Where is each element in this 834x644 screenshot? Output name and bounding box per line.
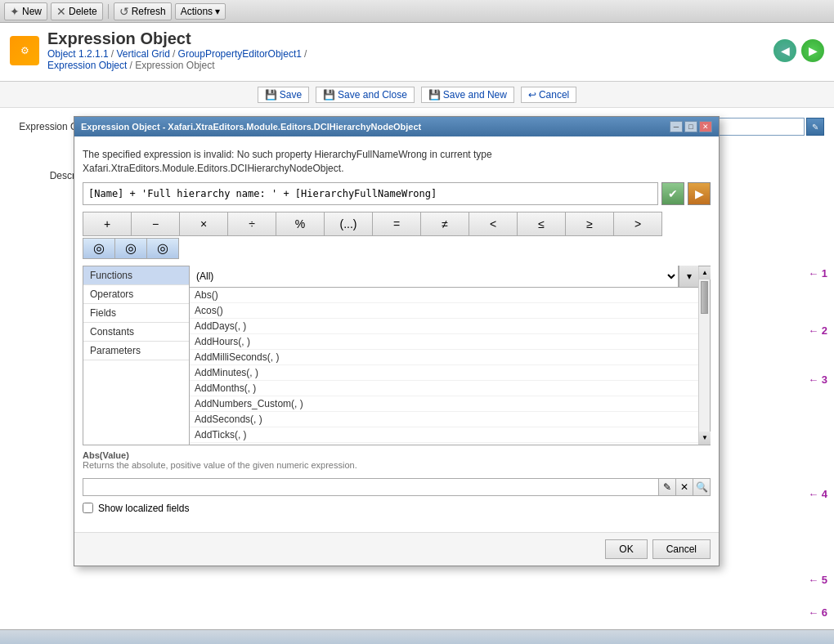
op-minus-button[interactable]: −: [131, 212, 180, 236]
new-icon: ✦: [10, 5, 20, 18]
op-lt-button[interactable]: <: [469, 212, 518, 236]
page-header: ⚙ Expression Object Object 1.2.1.1 / Ver…: [0, 23, 834, 82]
dialog-body: The specified expression is invalid: No …: [74, 136, 719, 532]
operator-row: + − × ÷ % (...) = ≠ < ≤ ≥ >: [83, 212, 711, 236]
func-item[interactable]: AddSeconds(, ): [190, 412, 698, 427]
save-new-label: Save and New: [443, 89, 507, 101]
scroll-down-button[interactable]: ▼: [699, 432, 711, 445]
save-close-label: Save and Close: [338, 89, 407, 101]
op-gte-button[interactable]: ≥: [565, 212, 614, 236]
save-close-icon: 💾: [323, 89, 335, 101]
op-paren-button[interactable]: (...): [324, 212, 373, 236]
error-line-2: Xafari.XtraEditors.Module.Editors.DCIHie…: [83, 162, 711, 176]
toolbar-separator: [108, 4, 109, 19]
category-parameters[interactable]: Parameters: [83, 342, 189, 360]
save-toolbar: 💾 Save 💾 Save and Close 💾 Save and New ↩…: [0, 82, 834, 108]
main-toolbar: ✦ New ✕ Delete ↺ Refresh Actions ▾: [0, 0, 834, 23]
cancel-icon: ↩: [528, 89, 536, 101]
func-item[interactable]: Acos(): [190, 303, 698, 319]
op-percent-button[interactable]: %: [276, 212, 325, 236]
refresh-button[interactable]: ↺ Refresh: [114, 2, 172, 20]
save-new-icon: 💾: [428, 89, 441, 101]
page-title: Expression Object: [47, 29, 307, 48]
op-divide-button[interactable]: ÷: [227, 212, 276, 236]
func-item[interactable]: AddMonths(, ): [190, 381, 698, 396]
toggle-btn-1[interactable]: ◎: [83, 238, 115, 259]
delete-label: Delete: [69, 6, 97, 17]
breadcrumb-link-1[interactable]: Object 1.2.1.1: [47, 48, 109, 60]
save-new-button[interactable]: 💾 Save and New: [421, 87, 514, 103]
save-close-button[interactable]: 💾 Save and Close: [316, 87, 415, 103]
expr-input[interactable]: [83, 182, 658, 205]
dialog-close-button[interactable]: ✕: [699, 121, 712, 132]
error-message: The specified expression is invalid: No …: [83, 145, 711, 182]
func-item[interactable]: AddTicks(, ): [190, 427, 698, 443]
op-notequals-button[interactable]: ≠: [420, 212, 469, 236]
new-button[interactable]: ✦ New: [4, 2, 47, 20]
category-functions[interactable]: Functions: [83, 266, 189, 285]
expression-edit-button[interactable]: ✎: [806, 118, 824, 136]
toggle-btn-2[interactable]: ◎: [114, 238, 147, 259]
toggle-btn-3[interactable]: ◎: [146, 238, 179, 259]
dialog-cancel-button[interactable]: Cancel: [652, 539, 711, 559]
func-item[interactable]: AddHours(, ): [190, 334, 698, 350]
function-right: (All) ▾ Abs() Acos() AddDays(, ) AddHour…: [190, 266, 698, 445]
annotation-2: ← 2: [808, 324, 827, 337]
breadcrumb-link-3[interactable]: GroupPropertyEditorObject1: [178, 48, 302, 60]
category-list: Functions Operators Fields Constants Par…: [83, 266, 190, 445]
cancel-button[interactable]: ↩ Cancel: [521, 87, 576, 103]
op-lte-button[interactable]: ≤: [517, 212, 566, 236]
show-localized-checkbox[interactable]: [83, 503, 93, 513]
save-label: Save: [280, 89, 302, 101]
breadcrumb-link-4[interactable]: Expression Object: [47, 60, 127, 71]
delete-icon: ✕: [56, 5, 66, 18]
op-equals-button[interactable]: =: [372, 212, 421, 236]
func-item[interactable]: Abs(): [190, 288, 698, 303]
search-row: ✎ ✕ 🔍: [83, 478, 711, 496]
func-item[interactable]: AddNumbers_Custom(, ): [190, 396, 698, 412]
forward-button[interactable]: ▶: [801, 39, 824, 62]
breadcrumb-link-2[interactable]: Vertical Grid: [116, 48, 169, 60]
dialog-maximize-button[interactable]: □: [684, 121, 697, 132]
op-gt-button[interactable]: >: [613, 212, 662, 236]
expr-input-row: ✔ ▶: [83, 182, 711, 205]
scroll-up-button[interactable]: ▲: [699, 266, 711, 280]
search-clear-button[interactable]: ✕: [675, 478, 693, 496]
dialog-minimize-button[interactable]: ─: [670, 121, 683, 132]
main-content: Expression Object: [Name] + 'Full hierar…: [0, 108, 834, 634]
category-fields[interactable]: Fields: [83, 304, 189, 323]
expr-validate-button[interactable]: ✔: [661, 182, 684, 205]
function-list[interactable]: Abs() Acos() AddDays(, ) AddHours(, ) Ad…: [190, 288, 698, 445]
scrollbar-thumb[interactable]: [701, 281, 708, 314]
op-plus-button[interactable]: +: [83, 212, 132, 236]
annotation-3: ← 3: [808, 373, 827, 386]
refresh-label: Refresh: [132, 6, 166, 17]
search-edit-button[interactable]: ✎: [658, 478, 676, 496]
function-panel: Functions Operators Fields Constants Par…: [83, 266, 711, 445]
category-operators[interactable]: Operators: [83, 285, 189, 304]
delete-button[interactable]: ✕ Delete: [51, 2, 103, 20]
scrollbar[interactable]: ▲ ▼: [698, 266, 710, 445]
cancel-label: Cancel: [539, 89, 569, 101]
nav-arrows: ◀ ▶: [773, 39, 824, 62]
dialog-footer: OK Cancel: [74, 532, 719, 566]
func-item[interactable]: AddTimeSpan(, ): [190, 443, 698, 445]
func-filter-dropdown[interactable]: ▾: [679, 266, 698, 287]
search-go-button[interactable]: 🔍: [693, 478, 711, 496]
description-area: Abs(Value) Returns the absolute, positiv…: [83, 445, 711, 478]
expr-run-button[interactable]: ▶: [688, 182, 711, 205]
func-filter-select[interactable]: (All): [190, 266, 679, 287]
new-label: New: [22, 6, 42, 17]
op-multiply-button[interactable]: ×: [179, 212, 228, 236]
back-button[interactable]: ◀: [773, 39, 796, 62]
actions-button[interactable]: Actions ▾: [175, 3, 226, 20]
category-constants[interactable]: Constants: [83, 323, 189, 342]
search-input[interactable]: [83, 478, 659, 496]
refresh-icon: ↺: [119, 5, 129, 18]
show-localized-label: Show localized fields: [98, 503, 189, 514]
dialog-ok-button[interactable]: OK: [605, 539, 647, 559]
save-button[interactable]: 💾 Save: [258, 87, 309, 103]
func-item[interactable]: AddMinutes(, ): [190, 365, 698, 381]
func-item[interactable]: AddDays(, ): [190, 319, 698, 334]
func-item[interactable]: AddMilliSeconds(, ): [190, 350, 698, 365]
